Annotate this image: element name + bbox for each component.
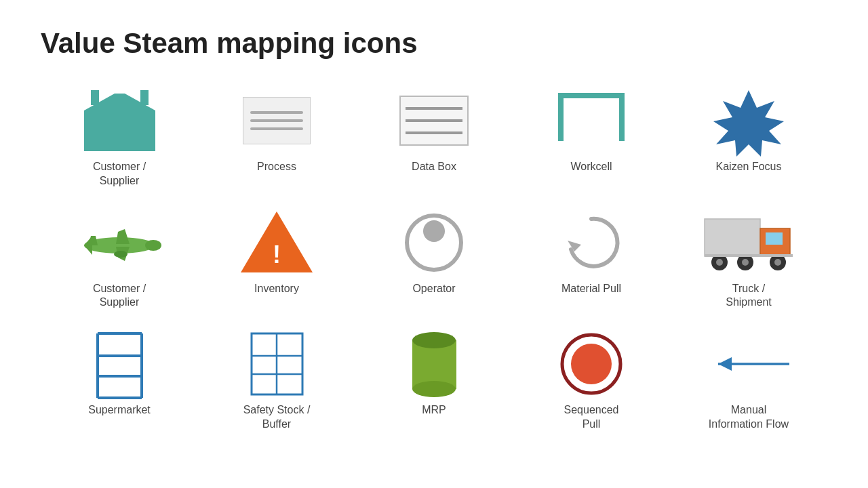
icon-cell-process: Process [198,80,355,195]
sequenced-pull-icon [559,332,624,396]
label-process: Process [257,160,296,174]
icon-wrap [393,330,475,398]
label-operator: Operator [412,282,455,296]
svg-text:!: ! [273,241,281,268]
customer-supplier-factory-icon [81,90,159,151]
label-manual-info-flow: ManualInformation Flow [709,403,789,432]
process-line-2 [250,119,303,122]
icon-cell-kaizen-focus: Kaizen Focus [670,80,827,195]
label-safety-stock: Safety Stock /Buffer [243,403,311,432]
icon-wrap: ! [236,209,317,277]
icon-cell-truck-shipment: Truck /Shipment [670,202,827,317]
svg-point-14 [145,240,161,251]
icon-wrap [708,87,789,155]
icon-cell-operator: Operator [355,202,513,317]
svg-rect-27 [766,232,783,245]
svg-marker-18 [89,236,98,245]
svg-rect-11 [557,141,625,155]
svg-rect-0 [84,110,155,151]
svg-rect-5 [140,90,149,105]
svg-point-29 [716,259,723,266]
svg-marker-51 [718,357,732,371]
icon-wrap [393,87,475,155]
label-mrp: MRP [422,403,446,418]
label-workcell: Workcell [570,160,612,174]
icon-wrap [79,209,160,277]
icon-cell-mrp: MRP [355,323,513,439]
workcell-icon [557,92,625,150]
svg-point-46 [412,332,456,348]
icon-cell-inventory: ! Inventory [198,202,355,317]
svg-marker-16 [116,229,130,244]
process-line-3 [250,127,303,130]
airplane-icon [79,217,160,268]
icon-wrap [393,209,475,277]
operator-icon [403,212,465,273]
material-pull-icon [561,212,622,273]
supermarket-icon [91,330,149,398]
svg-marker-2 [125,94,155,110]
process-line-1 [250,111,303,114]
svg-point-23 [423,220,445,242]
label-material-pull: Material Pull [561,282,621,296]
icon-cell-sequenced-pull: SequencedPull [513,323,670,439]
svg-rect-34 [705,254,793,257]
svg-rect-3 [115,94,125,110]
label-data-box: Data Box [412,160,456,174]
icon-wrap [708,330,789,398]
icon-cell-workcell: Workcell [513,80,670,195]
svg-marker-1 [84,94,115,110]
label-sequenced-pull: SequencedPull [564,403,619,432]
label-customer-supplier-factory: Customer /Supplier [93,160,146,188]
process-icon [243,97,311,144]
svg-point-31 [742,259,749,266]
icon-wrap [551,330,632,398]
label-kaizen-focus: Kaizen Focus [716,160,782,174]
icon-cell-customer-supplier-plane: Customer /Supplier [41,202,198,317]
icon-wrap [551,87,632,155]
svg-rect-4 [91,90,99,105]
inventory-icon: ! [239,210,314,274]
icon-grid: Customer /Supplier Process [41,80,827,439]
truck-shipment-icon [705,214,793,271]
icon-wrap [551,209,632,277]
icon-cell-supermarket: Supermarket [41,323,198,439]
svg-point-19 [114,251,127,258]
manual-info-flow-icon [701,354,796,374]
label-customer-supplier-plane: Customer /Supplier [93,282,146,310]
label-truck-shipment: Truck /Shipment [726,282,772,310]
kaizen-focus-icon [708,89,789,153]
icon-cell-data-box: Data Box [355,80,513,195]
icon-cell-manual-info-flow: ManualInformation Flow [670,323,827,439]
label-supermarket: Supermarket [88,403,151,418]
icon-wrap [236,87,317,155]
svg-point-47 [412,381,456,397]
icon-wrap [79,87,160,155]
icon-wrap [236,330,317,398]
label-inventory: Inventory [254,282,299,296]
svg-rect-25 [705,219,760,256]
mrp-icon [409,330,460,398]
svg-point-49 [571,344,612,384]
svg-rect-10 [561,96,622,146]
page-title: Value Steam mapping icons [41,27,827,60]
icon-cell-material-pull: Material Pull [513,202,670,317]
icon-cell-customer-supplier-factory: Customer /Supplier [41,80,198,195]
icon-cell-safety-stock: Safety Stock /Buffer [198,323,355,439]
safety-stock-icon [248,330,306,398]
icon-wrap [79,330,160,398]
svg-marker-12 [713,90,784,157]
icon-wrap [708,209,789,277]
data-box-icon [400,96,468,145]
page: Value Steam mapping icons [0,0,868,452]
svg-point-33 [774,259,781,266]
